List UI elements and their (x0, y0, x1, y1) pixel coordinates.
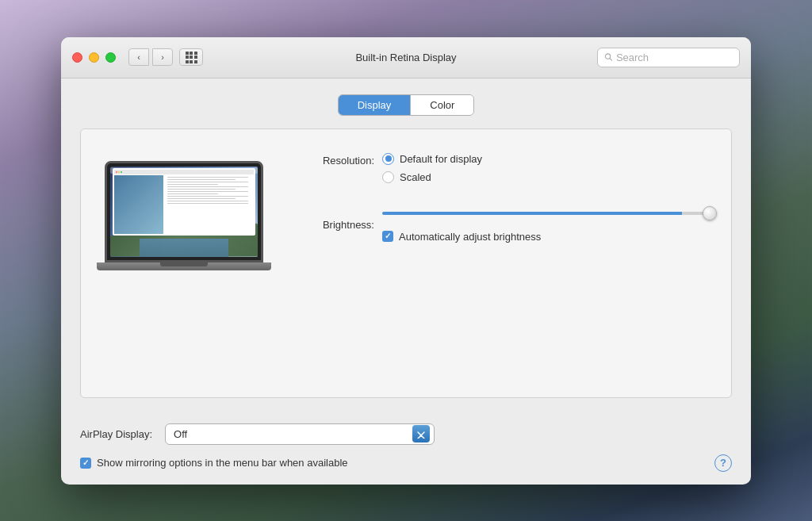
text-line (167, 203, 248, 205)
forward-icon: › (161, 52, 164, 62)
tabs-row: Display Color (80, 94, 732, 116)
auto-brightness-label: Automatically adjust brightness (399, 231, 541, 243)
resolution-row: Resolution: Default for display Scaled (295, 153, 715, 190)
browser-min-dot (118, 171, 120, 173)
tab-display[interactable]: Display (339, 95, 412, 115)
laptop-illustration (97, 145, 271, 286)
forward-button[interactable]: › (152, 48, 173, 66)
mirroring-checkbox[interactable]: ✓ (80, 458, 91, 469)
back-button[interactable]: ‹ (128, 48, 149, 66)
mirroring-checkmark-icon: ✓ (82, 459, 89, 467)
brightness-row: Brightness: ✓ Automatically adjust brigh… (295, 205, 715, 243)
grid-view-button[interactable] (179, 48, 203, 66)
brightness-label: Brightness: (295, 217, 382, 231)
text-line (167, 177, 248, 178)
browser-max-dot (121, 171, 122, 173)
laptop-base (97, 262, 271, 270)
brightness-slider-thumb[interactable] (703, 206, 717, 220)
nav-buttons: ‹ › (128, 48, 173, 66)
back-icon: ‹ (137, 52, 140, 62)
airplay-select[interactable]: Off Apple TV (165, 423, 435, 445)
airplay-select-wrapper: Off Apple TV (165, 423, 435, 445)
help-button[interactable]: ? (714, 454, 732, 472)
resolution-controls: Default for display Scaled (382, 153, 715, 190)
resolution-default-option[interactable]: Default for display (382, 153, 715, 165)
search-bar[interactable] (597, 48, 740, 67)
auto-brightness-row: ✓ Automatically adjust brightness (382, 231, 715, 243)
minimize-button[interactable] (89, 52, 99, 63)
text-line (167, 179, 236, 181)
screen-browser (113, 168, 255, 236)
laptop-screen-outer (105, 161, 263, 262)
system-preferences-window: ‹ › Built-in Retina Display (61, 37, 751, 485)
browser-sidebar (114, 175, 163, 235)
main-panel: Resolution: Default for display Scaled (80, 128, 732, 398)
radio-default-inner (385, 155, 392, 162)
text-line (167, 196, 248, 197)
grid-icon (186, 52, 197, 63)
traffic-lights (72, 52, 116, 63)
laptop (105, 161, 263, 270)
resolution-scaled-label: Scaled (400, 171, 431, 183)
content-area: Display Color (61, 79, 751, 414)
text-line (167, 182, 248, 183)
text-line (167, 193, 218, 195)
mirroring-row: ✓ Show mirroring options in the menu bar… (61, 454, 751, 485)
close-button[interactable] (72, 52, 82, 63)
resolution-default-label: Default for display (400, 153, 482, 165)
text-line (167, 184, 218, 186)
tab-color[interactable]: Color (411, 95, 473, 115)
brightness-controls: ✓ Automatically adjust brightness (382, 205, 715, 243)
radio-default-circle (382, 153, 394, 165)
screen-lake (140, 239, 228, 257)
text-line (167, 186, 248, 188)
airplay-label: AirPlay Display: (80, 428, 152, 440)
tab-group: Display Color (338, 94, 475, 116)
browser-toolbar (114, 170, 254, 174)
brightness-slider-track[interactable] (382, 212, 715, 215)
checkmark-icon: ✓ (385, 232, 391, 240)
mirroring-label: Show mirroring options in the menu bar w… (97, 457, 348, 469)
titlebar: ‹ › Built-in Retina Display (61, 37, 751, 79)
settings-panel: Resolution: Default for display Scaled (295, 145, 715, 266)
browser-close-dot (116, 171, 117, 173)
bottom-bar: AirPlay Display: Off Apple TV (61, 414, 751, 454)
search-icon (604, 52, 613, 62)
text-line (167, 189, 236, 190)
browser-content (114, 175, 254, 235)
auto-brightness-checkbox[interactable]: ✓ (382, 231, 393, 242)
search-input[interactable] (616, 52, 733, 63)
window-title: Built-in Retina Display (355, 52, 456, 63)
maximize-button[interactable] (105, 52, 116, 63)
radio-scaled-circle (382, 171, 394, 183)
text-line (167, 191, 248, 193)
text-line (167, 201, 248, 202)
laptop-notch (160, 262, 208, 266)
brightness-slider-container (382, 205, 715, 221)
laptop-screen-inner (110, 167, 258, 257)
resolution-scaled-option[interactable]: Scaled (382, 171, 715, 183)
resolution-label: Resolution: (295, 153, 382, 167)
text-line (167, 198, 236, 200)
browser-text-area (166, 175, 254, 235)
svg-line-1 (610, 59, 611, 60)
